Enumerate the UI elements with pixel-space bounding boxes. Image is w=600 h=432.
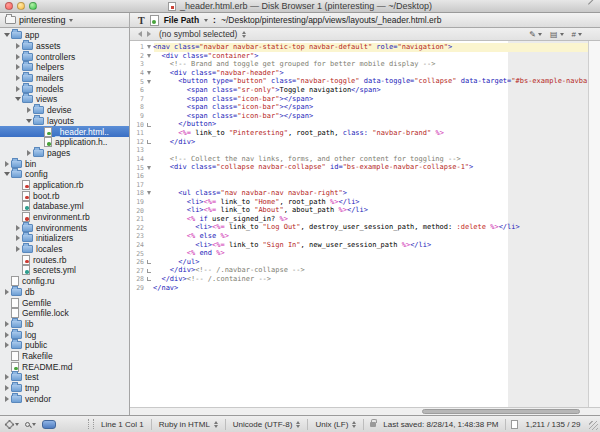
code-line-9[interactable]: 9 <span class="icon-bar"></span> <box>130 112 588 121</box>
tree-item-tmp[interactable]: tmp <box>0 383 129 394</box>
disclosure-triangle-icon[interactable] <box>3 385 11 391</box>
code-line-15[interactable]: 15 <div class="collapse navbar-collapse"… <box>130 163 588 172</box>
tree-item-public[interactable]: public <box>0 340 129 351</box>
disclosure-triangle-icon[interactable] <box>14 225 22 231</box>
tree-item-bin[interactable]: bin <box>0 158 129 169</box>
tree-item-config-ru[interactable]: config.ru <box>0 276 129 287</box>
code-line-22[interactable]: 22 <li><%= link_to "Log Out", destroy_us… <box>130 223 588 232</box>
disclosure-triangle-icon[interactable] <box>14 235 22 241</box>
pencil-menu[interactable]: ✎ <box>529 30 542 39</box>
tree-item-controllers[interactable]: controllers <box>0 51 129 62</box>
code-line-7[interactable]: 7 <span class="icon-bar"></span> <box>130 95 588 104</box>
disclosure-triangle-icon[interactable] <box>3 342 11 348</box>
code-line-12[interactable]: 12 </div> <box>130 138 588 147</box>
disclosure-triangle-icon[interactable] <box>14 75 22 81</box>
lock-icon[interactable] <box>370 422 376 427</box>
disclosure-triangle-icon[interactable] <box>25 150 33 156</box>
back-icon[interactable] <box>138 31 142 37</box>
tree-item-config[interactable]: config <box>0 169 129 180</box>
file-icon[interactable] <box>150 15 159 26</box>
code-line-21[interactable]: 21 <% if user_signed_in? %> <box>130 215 588 224</box>
toolbar-toggle-icon[interactable] <box>587 3 595 11</box>
disclosure-triangle-icon[interactable] <box>3 321 11 327</box>
code-line-18[interactable]: 18 <ul class="nav navbar-nav navbar-righ… <box>130 189 588 198</box>
tree-item-database-yml[interactable]: database.yml <box>0 201 129 212</box>
tree-item-helpers[interactable]: helpers <box>0 62 129 73</box>
disclosure-triangle-icon[interactable] <box>14 54 22 60</box>
documents-menu[interactable]: ▤ <box>550 30 564 39</box>
fold-marker-icon[interactable] <box>144 54 153 58</box>
text-options-icon[interactable]: T <box>138 15 145 26</box>
code-line-19[interactable]: 19 <li><%= link_to "Home", root_path %><… <box>130 198 588 207</box>
tree-item-routes-rb[interactable]: routes.rb <box>0 254 129 265</box>
disclosure-triangle-icon[interactable] <box>3 161 11 167</box>
fold-marker-icon[interactable] <box>144 277 153 281</box>
forward-icon[interactable] <box>147 31 151 37</box>
fold-marker-icon[interactable] <box>144 140 153 144</box>
code-line-16[interactable]: 16 <box>130 172 588 181</box>
file-path-label[interactable]: File Path <box>164 15 199 25</box>
tree-item-application-h-[interactable]: application.h.. <box>0 137 129 148</box>
fold-marker-icon[interactable] <box>144 71 153 75</box>
tree-item-db[interactable]: db <box>0 287 129 298</box>
code-line-14[interactable]: 14 <!-- Collect the nav links, forms, an… <box>130 155 588 164</box>
disclosure-triangle-icon[interactable] <box>14 86 22 92</box>
tree-item-pages[interactable]: pages <box>0 148 129 159</box>
code-line-20[interactable]: 20 <li><%= link_to "About", about_path %… <box>130 206 588 215</box>
settings-menu[interactable] <box>6 421 19 428</box>
tree-item-models[interactable]: models <box>0 83 129 94</box>
tree-item-log[interactable]: log <box>0 329 129 340</box>
tree-item-environment-rb[interactable]: environment.rb <box>0 212 129 223</box>
search-menu[interactable] <box>25 422 36 427</box>
fold-marker-icon[interactable] <box>144 45 153 49</box>
tree-item-lib[interactable]: lib <box>0 319 129 330</box>
tree-item-mailers[interactable]: mailers <box>0 73 129 84</box>
disclosure-triangle-icon[interactable] <box>14 64 22 70</box>
tree-item-assets[interactable]: assets <box>0 41 129 52</box>
disclosure-triangle-icon[interactable] <box>14 246 22 252</box>
encoding-selector[interactable]: Unicode (UTF-8) <box>226 416 308 432</box>
tree-item-initializers[interactable]: initializers <box>0 233 129 244</box>
disclosure-triangle-icon[interactable] <box>25 107 33 113</box>
code-line-2[interactable]: 2 <div class="container"> <box>130 52 588 61</box>
fold-marker-icon[interactable] <box>144 80 153 84</box>
tree-item-readme-md[interactable]: README.md <box>0 361 129 372</box>
code-line-26[interactable]: 26 </ul> <box>130 258 588 267</box>
tree-item-test[interactable]: test <box>0 372 129 383</box>
tree-item-boot-rb[interactable]: boot.rb <box>0 190 129 201</box>
line-ending-selector[interactable]: Unix (LF) <box>308 416 363 432</box>
code-line-5[interactable]: 5 <button type="button" class="navbar-to… <box>130 77 588 86</box>
disclosure-triangle-icon[interactable] <box>25 119 33 123</box>
disclosure-triangle-icon[interactable] <box>3 396 11 402</box>
fold-marker-icon[interactable] <box>144 166 153 170</box>
fold-marker-icon[interactable] <box>144 269 153 273</box>
tree-item-application-rb[interactable]: application.rb <box>0 180 129 191</box>
tree-item-gemfile-lock[interactable]: Gemfile.lock <box>0 308 129 319</box>
fold-marker-icon[interactable] <box>144 260 153 264</box>
code-line-3[interactable]: 3 <!-- Brand and toggle get grouped for … <box>130 60 588 69</box>
tree-item-locales[interactable]: locales <box>0 244 129 255</box>
horizontal-scrollbar[interactable] <box>130 407 600 415</box>
disclosure-triangle-icon[interactable] <box>3 374 11 380</box>
code-line-28[interactable]: 28 </div><!-- /.container --> <box>130 275 588 284</box>
code-line-4[interactable]: 4 <div class="navbar-header"> <box>130 69 588 78</box>
horizontal-scrollbar-thumb[interactable] <box>422 409 580 414</box>
disclosure-triangle-icon[interactable] <box>3 172 11 176</box>
fold-marker-icon[interactable] <box>144 191 153 195</box>
code-line-6[interactable]: 6 <span class="sr-only">Toggle navigatio… <box>130 86 588 95</box>
tree-item-environments[interactable]: environments <box>0 222 129 233</box>
markers-menu[interactable]: # <box>572 30 582 39</box>
code-line-27[interactable]: 27 </div><!-- /.navbar-collapse --> <box>130 266 588 275</box>
code-line-17[interactable]: 17 <box>130 181 588 190</box>
code-line-1[interactable]: 1<nav class="navbar navbar-static-top na… <box>130 43 588 52</box>
code-line-29[interactable]: 29</nav> <box>130 284 588 293</box>
code-line-11[interactable]: 11 <%= link_to "Pinteresting", root_path… <box>130 129 588 138</box>
tree-item-secrets-yml[interactable]: secrets.yml <box>0 265 129 276</box>
tree-item-devise[interactable]: devise <box>0 105 129 116</box>
fold-marker-icon[interactable] <box>144 123 153 127</box>
tree-item--header-html-[interactable]: _header.html.. <box>0 126 129 137</box>
tree-item-app[interactable]: app <box>0 30 129 41</box>
disclosure-triangle-icon[interactable] <box>3 332 11 338</box>
disclosure-triangle-icon[interactable] <box>3 33 11 37</box>
code-area[interactable]: 1<nav class="navbar navbar-static-top na… <box>130 41 600 415</box>
